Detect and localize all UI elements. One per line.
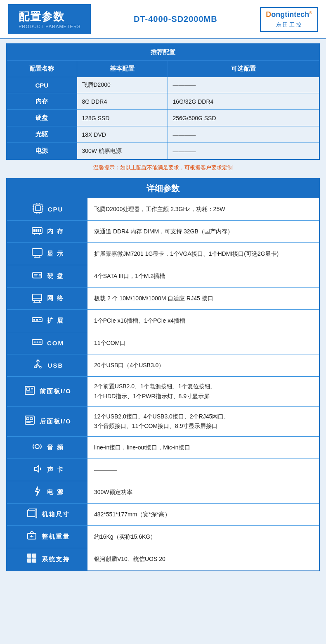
detail-value: 双通道 DDR4 内存 DIMM，可支持 32GB（国产内存） — [87, 221, 319, 242]
detail-label-text: 机箱尺寸 — [42, 511, 70, 518]
detail-value-text: 1个PCIe x16插槽、1个PCIe x4插槽 — [94, 316, 185, 326]
detail-label: 扩 展 — [7, 310, 87, 332]
svg-point-43 — [40, 341, 42, 342]
detail-value-text: 20个USB口（4个USB3.0） — [94, 361, 164, 371]
detail-label: 音 频 — [7, 437, 87, 459]
detail-label-text: 硬 盘 — [47, 272, 64, 280]
svg-rect-54 — [25, 416, 34, 424]
detail-value-text: 2个前置USB2.0、1个电源按钮、1个复位按钮、1个HDD指示、1个PWR指示… — [94, 382, 216, 402]
recommend-title: 推荐配置 — [7, 44, 319, 61]
recommend-row: 内存 8G DDR4 16G/32G DDR4 — [7, 93, 319, 110]
detail-value-text: 板载 2 个 10M/100M/1000M 自适应 RJ45 接口 — [94, 294, 213, 304]
detail-label: CPU — [7, 198, 87, 220]
detail-row: 前面板I/O2个前置USB2.0、1个电源按钮、1个复位按钮、1个HDD指示、1… — [7, 377, 319, 407]
recommend-optional: 256G/500G SSD — [168, 110, 319, 126]
detail-value: 2个前置USB2.0、1个电源按钮、1个复位按钮、1个HDD指示、1个PWR指示… — [87, 377, 319, 406]
detail-label: 硬 盘 — [7, 265, 87, 287]
model-number: DT-4000-SD2000MB — [134, 14, 217, 24]
detail-label: 电 源 — [7, 481, 87, 503]
svg-rect-25 — [33, 272, 42, 278]
detail-section: 详细参数 CPU飞腾D2000处理器，工作主频 2.3GHz，功耗：25W内 存… — [6, 178, 320, 571]
recommend-row: 电源 300W 航嘉电源 ———— — [7, 143, 319, 160]
detail-icon — [25, 530, 38, 544]
detail-value: 约16Kg（实称15.6KG） — [87, 526, 319, 548]
detail-value: ———— — [87, 459, 319, 481]
detail-label: 声 卡 — [7, 459, 87, 481]
svg-point-39 — [34, 341, 35, 342]
detail-label-text: 网 络 — [47, 295, 64, 302]
detail-label-text: CPU — [48, 206, 64, 213]
detail-label-text: 系统支持 — [42, 556, 70, 563]
recommend-section: 推荐配置 配置名称 基本配置 可选配置 CPU 飞腾D2000 ———— 内存 … — [6, 43, 320, 174]
detail-icon — [31, 292, 44, 306]
svg-rect-36 — [36, 319, 38, 321]
detail-icon — [31, 463, 44, 477]
recommend-table: 推荐配置 配置名称 基本配置 可选配置 CPU 飞腾D2000 ———— 内存 … — [6, 43, 320, 160]
detail-label: 显 示 — [7, 243, 87, 265]
recommend-optional: 16G/32G DDR4 — [168, 93, 319, 110]
detail-icon — [31, 225, 44, 239]
detail-label: 后面板I/O — [7, 407, 87, 437]
svg-point-26 — [39, 274, 41, 276]
detail-icon — [31, 247, 44, 261]
detail-label: 网 络 — [7, 288, 87, 309]
detail-label-text: 音 频 — [47, 444, 64, 452]
svg-rect-16 — [35, 229, 37, 232]
logo-d: D — [266, 10, 271, 19]
detail-icon — [31, 269, 44, 283]
svg-rect-18 — [40, 229, 41, 232]
detail-value: 板载 2 个 10M/100M/1000M 自适应 RJ45 接口 — [87, 288, 319, 309]
detail-value: 1个PCIe x16插槽、1个PCIe x4插槽 — [87, 310, 319, 332]
detail-row: 声 卡———— — [7, 459, 319, 481]
recommend-basic: 300W 航嘉电源 — [77, 143, 168, 160]
detail-value-text: line-in接口，line-out接口，Mic-in接口 — [94, 443, 190, 453]
page-subtitle: PRODUCT PARAMETERS — [19, 24, 80, 29]
recommend-basic: 18X DVD — [77, 126, 168, 143]
detail-label: COM — [7, 332, 87, 354]
recommend-name: 内存 — [7, 93, 77, 110]
title-box: 配置参数 PRODUCT PARAMETERS — [8, 4, 91, 34]
svg-rect-55 — [26, 418, 29, 420]
recommend-row: CPU 飞腾D2000 ———— — [7, 77, 319, 93]
page-title: 配置参数 — [19, 10, 80, 24]
recommend-basic: 8G DDR4 — [77, 93, 168, 110]
detail-value: 飞腾D2000处理器，工作主频 2.3GHz，功耗：25W — [87, 198, 319, 220]
detail-value-text: ———— — [94, 465, 117, 475]
logo-reg: ® — [309, 11, 312, 15]
detail-icon — [31, 359, 45, 373]
detail-icon — [31, 202, 45, 216]
detail-value: 11个COM口 — [87, 332, 319, 354]
detail-icon — [31, 336, 44, 350]
detail-icon — [31, 485, 44, 499]
detail-row: 系统支持银河麒麟V10、统信UOS 20 — [7, 548, 319, 570]
detail-row: 硬 盘4个SATA III口，1个M.2插槽 — [7, 265, 319, 288]
page-content: 推荐配置 配置名称 基本配置 可选配置 CPU 飞腾D2000 ———— 内存 … — [0, 39, 326, 580]
svg-rect-0 — [34, 204, 42, 212]
detail-row: CPU飞腾D2000处理器，工作主频 2.3GHz，功耗：25W — [7, 198, 319, 221]
detail-value-text: 飞腾D2000处理器，工作主频 2.3GHz，功耗：25W — [94, 204, 225, 214]
svg-marker-61 — [35, 487, 40, 496]
detail-label: 整机重量 — [7, 526, 87, 548]
detail-value: 扩展景嘉微JM7201 1G显卡，1个VGA接口、1个HDMI接口(可选2G显卡… — [87, 243, 319, 265]
recommend-name: 硬盘 — [7, 110, 77, 126]
detail-rows: CPU飞腾D2000处理器，工作主频 2.3GHz，功耗：25W内 存双通道 D… — [7, 198, 319, 570]
logo: Dongtintech® — 东田工控 — — [260, 7, 318, 32]
detail-label-text: 扩 展 — [47, 317, 64, 325]
detail-label-text: 显 示 — [47, 250, 64, 258]
logo-sub: — 东田工控 — — [267, 20, 312, 29]
detail-label-text: 内 存 — [47, 228, 64, 235]
svg-rect-1 — [35, 206, 40, 211]
detail-label-text: 整机重量 — [42, 533, 70, 541]
detail-label: 前面板I/O — [7, 377, 87, 406]
detail-value: 4个SATA III口，1个M.2插槽 — [87, 265, 319, 287]
svg-rect-21 — [32, 249, 42, 255]
detail-value: 12个USB2.0接口、4个USB3.0接口、2个RJ45网口、3个音频接口、1… — [87, 407, 319, 437]
col-header-name: 配置名称 — [7, 61, 77, 77]
svg-rect-17 — [38, 229, 39, 232]
detail-row: 网 络板载 2 个 10M/100M/1000M 自适应 RJ45 接口 — [7, 288, 319, 310]
detail-value: 482*551*177mm（宽*深*高） — [87, 504, 319, 525]
detail-row: USB20个USB口（4个USB3.0） — [7, 354, 319, 377]
detail-icon — [31, 441, 44, 455]
svg-rect-35 — [33, 319, 35, 321]
recommend-optional: ———— — [168, 143, 319, 160]
